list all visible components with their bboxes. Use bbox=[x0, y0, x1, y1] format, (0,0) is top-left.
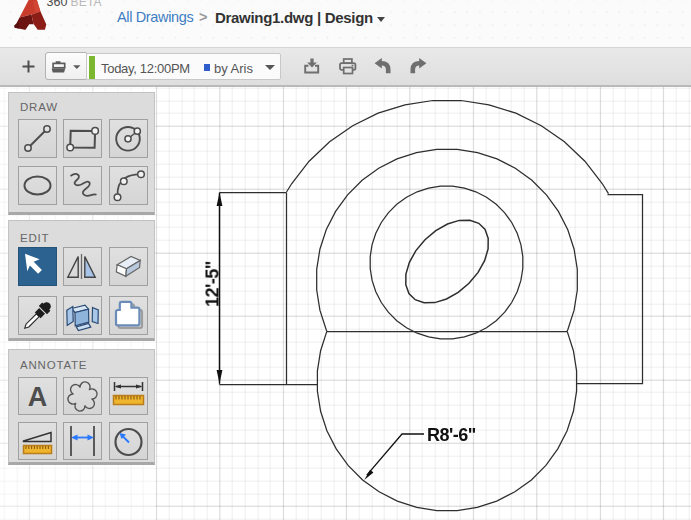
svg-text:A: A bbox=[27, 382, 47, 412]
